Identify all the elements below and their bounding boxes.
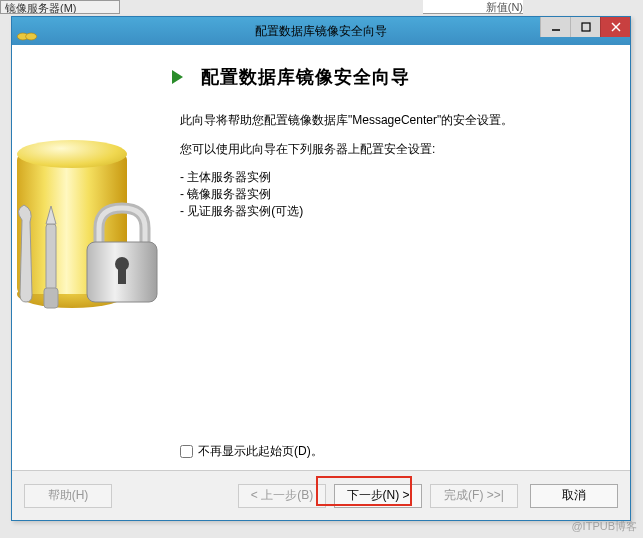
titlebar: 配置数据库镜像安全向导 xyxy=(12,17,630,45)
watermark: @ITPUB博客 xyxy=(571,519,637,534)
intro-text-2: 您可以使用此向导在下列服务器上配置安全设置: xyxy=(180,140,605,159)
svg-point-1 xyxy=(26,33,37,40)
dont-show-checkbox[interactable] xyxy=(180,445,193,458)
list-item: 主体服务器实例 xyxy=(180,169,605,186)
server-list: 主体服务器实例 镜像服务器实例 见证服务器实例(可选) xyxy=(180,169,605,219)
back-button: < 上一步(B) xyxy=(238,484,326,508)
svg-rect-10 xyxy=(118,266,126,284)
wrench-screwdriver-icon xyxy=(2,200,72,320)
list-item: 见证服务器实例(可选) xyxy=(180,203,605,220)
help-button[interactable]: 帮助(H) xyxy=(24,484,112,508)
app-icon xyxy=(16,20,38,42)
maximize-button[interactable] xyxy=(570,17,600,37)
svg-rect-6 xyxy=(46,224,56,290)
play-triangle-icon xyxy=(172,70,183,84)
intro-text-1: 此向导将帮助您配置镜像数据库"MessageCenter"的安全设置。 xyxy=(180,111,605,130)
svg-rect-7 xyxy=(44,288,58,308)
minimize-button[interactable] xyxy=(540,17,570,37)
finish-button: 完成(F) >>| xyxy=(430,484,518,508)
dont-show-label: 不再显示此起始页(D)。 xyxy=(198,443,323,460)
wizard-dialog: 配置数据库镜像安全向导 xyxy=(11,16,631,521)
list-item: 镜像服务器实例 xyxy=(180,186,605,203)
window-title: 配置数据库镜像安全向导 xyxy=(255,23,387,40)
button-bar: 帮助(H) < 上一步(B) 下一步(N) > 完成(F) >>| 取消 xyxy=(12,470,630,520)
background-label: 镜像服务器(M) xyxy=(0,0,120,14)
next-button[interactable]: 下一步(N) > xyxy=(334,484,422,508)
cancel-button[interactable]: 取消 xyxy=(530,484,618,508)
main-panel: 配置数据库镜像安全向导 此向导将帮助您配置镜像数据库"MessageCenter… xyxy=(152,45,630,470)
window-controls xyxy=(540,17,630,37)
background-field: 新值(N) xyxy=(423,0,523,14)
content-area: 配置数据库镜像安全向导 此向导将帮助您配置镜像数据库"MessageCenter… xyxy=(12,45,630,470)
dont-show-again-row[interactable]: 不再显示此起始页(D)。 xyxy=(180,443,323,460)
wizard-banner-graphic xyxy=(12,45,172,470)
page-heading: 配置数据库镜像安全向导 xyxy=(201,65,410,89)
svg-rect-3 xyxy=(582,23,590,31)
close-button[interactable] xyxy=(600,17,630,37)
